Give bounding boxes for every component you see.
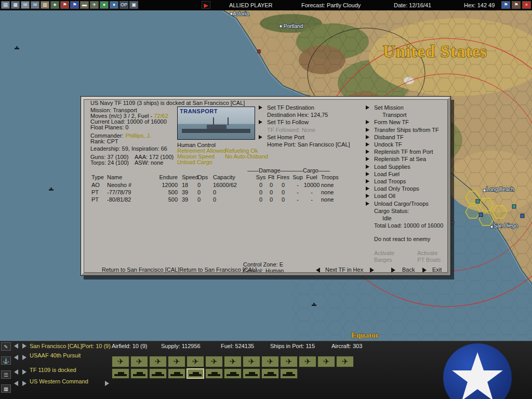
cmd-set-tf-to-follow[interactable]: Set TF to Follow — [259, 118, 368, 126]
bottom-info-panel: ✎⚓☰▦ San Francisco [CAL]Port: 10 (9) Air… — [0, 341, 532, 399]
aircraft-group-icon[interactable] — [299, 356, 316, 367]
prev-airgroup-icon[interactable] — [14, 355, 18, 360]
cmd-undock-tf[interactable]: Undock TF — [366, 141, 451, 148]
return-to-port-button[interactable]: Return to San Francisco [CAL]Return to S… — [102, 267, 257, 273]
aircraft-group-icon[interactable] — [317, 356, 335, 367]
ship-counter-icon[interactable] — [224, 368, 242, 379]
ship-mast — [228, 117, 229, 125]
city-label-long-beach: Long Beach — [486, 187, 514, 192]
flag-red-icon[interactable]: ⚑ — [60, 1, 69, 9]
cmd-form-new-tf[interactable]: Form New TF — [366, 118, 451, 126]
ship-sys: 0 — [256, 182, 266, 188]
globe-blue-icon[interactable]: ● — [110, 1, 118, 9]
aircraft-group-icon[interactable] — [261, 356, 279, 367]
damage-group-header: ——Damage—— — [247, 167, 287, 174]
convoy-icon[interactable]: ▬ — [80, 1, 89, 9]
aircraft-group-icon[interactable] — [168, 356, 185, 367]
ship-type: AO — [91, 182, 107, 188]
mail-alt-icon[interactable]: ✉ — [31, 1, 39, 9]
aircraft-group-icon[interactable] — [149, 356, 167, 367]
cmd-do-not-react-to-enemy[interactable]: Do not react to enemy — [366, 235, 451, 243]
exit-button[interactable]: Exit — [432, 267, 442, 273]
ship-counter-icon[interactable] — [187, 368, 204, 379]
aircraft-group-icon[interactable] — [280, 356, 298, 367]
spacer — [366, 243, 451, 249]
next-tf-label[interactable]: Next TF in Hex — [325, 267, 363, 273]
command-label[interactable]: US Western Command — [30, 378, 88, 384]
mail-icon[interactable]: ✉ — [21, 1, 30, 9]
prev-tf-icon[interactable] — [316, 268, 320, 273]
ship-sys: 0 — [256, 196, 266, 203]
back-arrow-icon[interactable] — [391, 268, 395, 273]
ship-name[interactable]: Neosho # — [107, 182, 157, 188]
top-menu-bar: ▤▦✉✉▥★⚑⚑▬✈●●OP▣ ▶ ALLIED PLAYER Forecast… — [0, 0, 532, 10]
next-tf-nav-icon[interactable] — [22, 369, 26, 375]
turn-flag-icon[interactable]: ⚑ — [512, 1, 521, 9]
aircraft-group-icon[interactable] — [205, 356, 223, 367]
ship-counter-icon[interactable] — [243, 368, 260, 379]
ship-counter-icon[interactable] — [112, 368, 129, 379]
unload-cargo-flag[interactable]: Unload Cargo — [177, 159, 212, 165]
rank-line: Rank: CPT — [90, 138, 118, 144]
aircraft-group-icon[interactable] — [112, 356, 129, 367]
flag-blue-icon[interactable]: ⚑ — [70, 1, 79, 9]
col-header-flt: Flt — [266, 174, 276, 180]
prev-base-icon[interactable] — [14, 343, 18, 349]
back-button[interactable]: Back — [402, 267, 415, 273]
aircraft-group-icon[interactable] — [243, 356, 260, 367]
airgroup-label[interactable]: USAAF 40th Pursuit — [30, 352, 81, 358]
ship-table: ——Damage————Cargo——TypeNameEndureSpeedOp… — [81, 167, 451, 212]
ship-counter-icon[interactable] — [280, 368, 298, 379]
next-airgroup-icon[interactable] — [22, 355, 26, 360]
cmd-set-home-port[interactable]: Set Home Port — [259, 134, 368, 141]
list-tool-icon[interactable]: ☰ — [1, 370, 11, 379]
anchor-tool-icon[interactable]: ⚓ — [1, 356, 11, 365]
close-icon[interactable]: × — [522, 1, 531, 9]
chart-tool-icon[interactable]: ▦ — [1, 384, 11, 393]
report-icon[interactable]: ▥ — [41, 1, 49, 9]
aircraft-icon[interactable]: ✈ — [90, 1, 99, 9]
ship-name[interactable]: -77/78/79 — [107, 189, 157, 195]
aircraft-group-icon[interactable] — [187, 356, 204, 367]
play-turn-icon[interactable]: ▶ — [202, 1, 210, 9]
ship-counter-icon[interactable] — [168, 368, 185, 379]
cmd-replenish-tf-at-sea[interactable]: Replenish TF at Sea — [366, 155, 451, 163]
ship-counter-icon[interactable] — [130, 368, 148, 379]
star-icon[interactable]: ★ — [50, 1, 59, 9]
globe-green-icon[interactable]: ● — [100, 1, 109, 9]
next-unit-icon[interactable] — [22, 381, 26, 386]
cmd-activate-barges[interactable]: ActivateBarges — [374, 250, 394, 263]
aircraft-group-icon[interactable] — [336, 356, 354, 367]
cmd-set-mission[interactable]: Set Mission — [366, 104, 451, 111]
save-icon[interactable]: ▦ — [11, 1, 20, 9]
cmd-activate-pt-boats[interactable]: ActivatePT Boats — [417, 250, 441, 263]
country-label: United States — [383, 42, 487, 61]
commander-name[interactable]: Phillips, J. — [126, 132, 152, 139]
taskforce-label[interactable]: TF 1109 is docked — [30, 367, 76, 373]
base-summary[interactable]: San Francisco [CAL]Port: 10 (9) — [30, 343, 111, 349]
aircraft-group-icon[interactable] — [224, 356, 242, 367]
ship-counter-icon[interactable] — [261, 368, 279, 379]
ship-counter-icon[interactable] — [205, 368, 223, 379]
city-label-astoria: Astoria — [233, 11, 249, 17]
auto-disband-flag[interactable]: No Auto-Disband — [225, 153, 268, 159]
aircraft-group-icon[interactable] — [130, 356, 148, 367]
op-report-icon[interactable]: OP — [119, 1, 128, 9]
cmd-disband-tf[interactable]: Disband TF — [366, 134, 451, 141]
prev-tf-nav-icon[interactable] — [14, 369, 18, 375]
exit-arrow-icon[interactable] — [422, 268, 427, 273]
draw-tool-icon[interactable]: ✎ — [1, 342, 11, 351]
spacer — [366, 229, 451, 235]
menu-icon[interactable]: ▤ — [1, 1, 10, 9]
next-tf-icon[interactable] — [370, 268, 374, 273]
screen-icon[interactable]: ▣ — [129, 1, 138, 9]
next-base-icon[interactable] — [22, 343, 26, 349]
intel-flag-icon[interactable]: ⚑ — [501, 1, 510, 9]
cmd-transfer-ships-to-from-tf[interactable]: Transfer Ships to/from TF — [366, 126, 451, 134]
ship-name[interactable]: -80/81/82 — [107, 196, 157, 203]
cmd-set-tf-destination[interactable]: Set TF Destination — [259, 104, 368, 111]
cmd-replenish-tf-from-port[interactable]: Replenish TF from Port — [366, 148, 451, 155]
ship-counter-icon[interactable] — [149, 368, 167, 379]
prev-unit-icon[interactable] — [14, 381, 18, 386]
expand-units-icon[interactable] — [105, 381, 109, 386]
